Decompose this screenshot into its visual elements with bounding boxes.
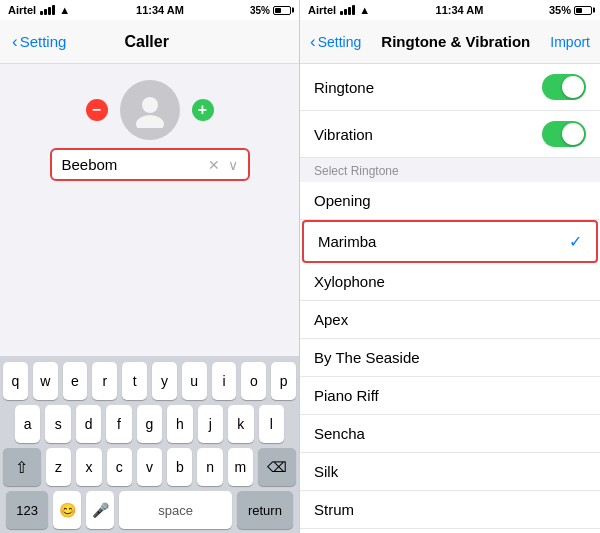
key-q[interactable]: q [3,362,28,400]
key-a[interactable]: a [15,405,40,443]
ringtone-item[interactable]: Sencha [300,415,600,453]
ringtone-item[interactable]: Marimba✓ [302,220,598,263]
key-j[interactable]: j [198,405,223,443]
key-n[interactable]: n [197,448,222,486]
ringtone-item[interactable]: Piano Riff [300,377,600,415]
ringtone-item[interactable]: Opening [300,182,600,220]
ringtone-item[interactable]: Apex [300,301,600,339]
key-p[interactable]: p [271,362,296,400]
carrier-left: Airtel ▲ [8,4,70,16]
select-ringtone-header: Select Ringtone [300,158,600,182]
nav-bar-left: ‹ Setting Caller [0,20,299,64]
status-bar-right: Airtel ▲ 11:34 AM 35% [300,0,600,20]
delete-key[interactable]: ⌫ [258,448,296,486]
back-chevron-left: ‹ [12,32,18,52]
ringtone-name: Strum [314,501,354,518]
ringtone-name: Sencha [314,425,365,442]
time-left: 11:34 AM [136,4,184,16]
ringtone-item[interactable]: Silk [300,453,600,491]
key-f[interactable]: f [106,405,131,443]
avatar-row: − + [86,80,214,140]
key-b[interactable]: b [167,448,192,486]
return-key[interactable]: return [237,491,293,529]
ringtone-list: OpeningMarimba✓XylophoneApexBy The Seasi… [300,182,600,533]
key-z[interactable]: z [46,448,71,486]
key-k[interactable]: k [228,405,253,443]
key-c[interactable]: c [107,448,132,486]
checkmark-icon: ✓ [569,232,582,251]
ringtone-name: Silk [314,463,338,480]
add-contact-button[interactable]: + [192,99,214,121]
ringtone-item[interactable]: Strum [300,491,600,529]
ringtone-label: Ringtone [314,79,374,96]
key-g[interactable]: g [137,405,162,443]
import-button[interactable]: Import [550,34,590,50]
key-u[interactable]: u [182,362,207,400]
key-i[interactable]: i [212,362,237,400]
key-r[interactable]: r [92,362,117,400]
battery-icon-left [273,6,291,15]
key-t[interactable]: t [122,362,147,400]
back-label-left: Setting [20,33,67,50]
wifi-left: ▲ [59,4,70,16]
vibration-toggle[interactable] [542,121,586,147]
keyboard: q w e r t y u i o p a s d f g h j k l ⇧ … [0,356,299,533]
carrier-right: Airtel ▲ [308,4,370,16]
emoji-key[interactable]: 😊 [53,491,81,529]
keyboard-row-2: a s d f g h j k l [3,405,296,443]
name-icons: ✕ ∨ [208,157,238,173]
ringtone-name: By The Seaside [314,349,420,366]
status-bar-left: Airtel ▲ 11:34 AM 35% [0,0,299,20]
back-label-right: Setting [318,34,362,50]
key-m[interactable]: m [228,448,253,486]
battery-pct-left: 35% [250,5,270,16]
key-h[interactable]: h [167,405,192,443]
ringtone-name: Opening [314,192,371,209]
vibration-label: Vibration [314,126,373,143]
ringtone-toggle[interactable] [542,74,586,100]
nav-bar-right: ‹ Setting Ringtone & Vibration Import [300,20,600,64]
key-d[interactable]: d [76,405,101,443]
ringtone-name: Apex [314,311,348,328]
right-panel: Airtel ▲ 11:34 AM 35% ‹ Setting Ringtone… [300,0,600,533]
ringtone-name: Piano Riff [314,387,379,404]
empty-contact-area [0,189,299,356]
keyboard-row-1: q w e r t y u i o p [3,362,296,400]
back-button-right[interactable]: ‹ Setting [310,32,361,52]
ringtone-name: Marimba [318,233,376,250]
key-w[interactable]: w [33,362,58,400]
shift-key[interactable]: ⇧ [3,448,41,486]
carrier-name-left: Airtel [8,4,36,16]
contact-area: − + Beebom ✕ ∨ [0,64,299,189]
keyboard-bottom-row: 123 😊 🎤 space return [3,491,296,529]
name-input-row[interactable]: Beebom ✕ ∨ [50,148,250,181]
mic-key[interactable]: 🎤 [86,491,114,529]
clear-icon[interactable]: ✕ [208,157,220,173]
key-x[interactable]: x [76,448,101,486]
svg-point-1 [136,115,164,128]
key-y[interactable]: y [152,362,177,400]
ringtone-name: Xylophone [314,273,385,290]
signal-bars-right [340,5,355,15]
page-title-left: Caller [124,33,168,51]
key-o[interactable]: o [241,362,266,400]
key-v[interactable]: v [137,448,162,486]
left-panel: Airtel ▲ 11:34 AM 35% ‹ Setting Caller [0,0,300,533]
remove-contact-button[interactable]: − [86,99,108,121]
avatar [120,80,180,140]
key-l[interactable]: l [259,405,284,443]
chevron-down-icon[interactable]: ∨ [228,157,238,173]
num-key[interactable]: 123 [6,491,48,529]
ringtone-item[interactable]: Xylophone [300,263,600,301]
key-e[interactable]: e [63,362,88,400]
ringtone-item[interactable]: By The Seaside [300,339,600,377]
vibration-toggle-row: Vibration [300,111,600,158]
carrier-name-right: Airtel [308,4,336,16]
settings-toggles: Ringtone Vibration [300,64,600,158]
space-key[interactable]: space [119,491,231,529]
key-s[interactable]: s [45,405,70,443]
contact-name: Beebom [62,156,118,173]
svg-point-0 [142,97,158,113]
back-button-left[interactable]: ‹ Setting [12,32,66,52]
ringtone-item[interactable]: Time Passing [300,529,600,533]
